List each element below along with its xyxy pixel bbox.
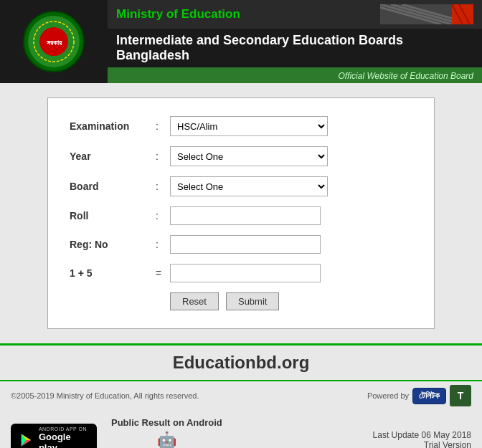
- ministry-bar: Ministry of Education: [108, 0, 482, 29]
- public-result-text: Public Result on Android: [111, 417, 222, 428]
- board-title-bar: Intermediate and Secondary Education Boa…: [108, 29, 482, 67]
- form-box: Examination : HSC/Alim SSC/Dakhil JSC/JD…: [47, 97, 435, 329]
- captcha-label: 1 + 5: [70, 267, 156, 279]
- government-logo: সরকার: [22, 9, 86, 74]
- logo-area: সরকার: [0, 0, 108, 83]
- official-website-text: Official Website of Education Board: [338, 71, 473, 81]
- captcha-input[interactable]: [170, 264, 321, 282]
- trial-version-text: Trial Version: [373, 440, 471, 449]
- examination-row: Examination : HSC/Alim SSC/Dakhil JSC/JD…: [70, 116, 412, 136]
- regno-colon: :: [156, 239, 170, 250]
- footer-main: Educationbd.org: [0, 343, 482, 381]
- android-icon: 🤖: [157, 431, 176, 448]
- google-play-label: Google play: [39, 432, 90, 448]
- year-select[interactable]: Select One 2018 2017 2016 2015: [170, 146, 328, 166]
- regno-control: [170, 235, 412, 254]
- submit-button[interactable]: Submit: [226, 292, 279, 310]
- last-update-section: Last Update 06 May 2018 Trial Version: [373, 430, 471, 449]
- captcha-equals: =: [156, 267, 170, 279]
- play-store-icon: [18, 432, 34, 449]
- captcha-control: [170, 264, 412, 282]
- board-label: Board: [70, 181, 156, 192]
- roll-control: [170, 206, 412, 225]
- android-app-on-label: ANDROID APP ON: [39, 426, 90, 432]
- roll-row: Roll :: [70, 206, 412, 225]
- roll-input[interactable]: [170, 206, 321, 225]
- examination-colon: :: [156, 120, 170, 132]
- year-label: Year: [70, 151, 156, 162]
- button-row: Reset Submit: [70, 292, 412, 310]
- svg-rect-10: [452, 4, 473, 24]
- year-row: Year : Select One 2018 2017 2016 2015: [70, 146, 412, 166]
- regno-input[interactable]: [170, 235, 321, 254]
- board-colon: :: [156, 181, 170, 192]
- powered-by-label: Powered by: [367, 391, 409, 400]
- footer-bottom: ©2005-2019 Ministry of Education, All ri…: [0, 381, 482, 410]
- copyright-text: ©2005-2019 Ministry of Education, All ri…: [11, 391, 199, 400]
- site-name: Educationbd.org: [173, 353, 310, 372]
- year-colon: :: [156, 151, 170, 162]
- svg-text:T: T: [458, 390, 464, 401]
- examination-control: HSC/Alim SSC/Dakhil JSC/JDC: [170, 116, 412, 136]
- google-play-badge[interactable]: ANDROID APP ON Google play: [11, 424, 97, 448]
- board-title: Intermediate and Secondary Education Boa…: [116, 33, 473, 63]
- header: সরকার Ministry of Education Intermediate…: [0, 0, 482, 83]
- roll-colon: :: [156, 210, 170, 221]
- board-select[interactable]: Select One Dhaka Chittagong Rajshahi Com…: [170, 176, 328, 196]
- header-right: Ministry of Education Intermediate and S…: [108, 0, 482, 83]
- roll-label: Roll: [70, 210, 156, 221]
- regno-row: Reg: No :: [70, 235, 412, 254]
- app-description: Public Result on Android 🤖 It's complete…: [111, 417, 222, 448]
- last-update-text: Last Update 06 May 2018: [373, 430, 471, 440]
- regno-label: Reg: No: [70, 239, 156, 250]
- ministry-title: Ministry of Education: [116, 7, 240, 22]
- official-bar: Official Website of Education Board: [108, 67, 482, 83]
- teletalk-logo: টেলিটক: [412, 388, 446, 404]
- play-text-block: ANDROID APP ON Google play: [39, 426, 90, 448]
- teletalk-icon: T: [450, 385, 471, 406]
- captcha-row: 1 + 5 =: [70, 264, 412, 282]
- powered-by-section: Powered by টেলিটক T: [367, 385, 471, 406]
- reset-button[interactable]: Reset: [170, 292, 219, 310]
- main-content: Examination : HSC/Alim SSC/Dakhil JSC/JD…: [0, 83, 482, 343]
- header-pattern-decoration: [380, 4, 473, 24]
- board-row: Board : Select One Dhaka Chittagong Rajs…: [70, 176, 412, 196]
- footer-apps: ANDROID APP ON Google play Public Result…: [0, 410, 482, 448]
- year-control: Select One 2018 2017 2016 2015: [170, 146, 412, 166]
- board-control: Select One Dhaka Chittagong Rajshahi Com…: [170, 176, 412, 196]
- examination-label: Examination: [70, 120, 156, 132]
- examination-select[interactable]: HSC/Alim SSC/Dakhil JSC/JDC: [170, 116, 328, 136]
- svg-text:সরকার: সরকার: [47, 39, 62, 47]
